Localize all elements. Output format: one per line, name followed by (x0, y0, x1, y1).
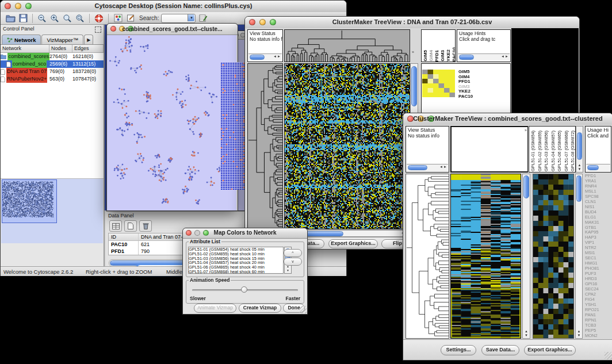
treeview2-titlebar[interactable]: ClusterMaker TreeView : combined_scores_… (403, 113, 612, 125)
status-welcome: Welcome to Cytoscape 2.6.2 (3, 269, 73, 275)
resize-grip[interactable] (299, 306, 307, 313)
network-view-titlebar[interactable]: combined_scores_good.txt--cluste... (107, 24, 238, 35)
float-panel-icon[interactable] (95, 26, 101, 33)
speed-slider-thumb[interactable] (241, 286, 247, 293)
vscrollbar[interactable]: ▲▼ (575, 174, 583, 339)
main-titlebar[interactable]: Cytoscape Desktop (Session Name: collins… (1, 1, 346, 13)
scroll-left-icon[interactable]: ◄ (501, 55, 505, 58)
col-nodes[interactable]: Nodes (49, 45, 72, 52)
col-network[interactable]: Network (1, 45, 49, 52)
attribute-list-item[interactable]: GPL51-07 (GSM868) heat shock 60 min (189, 270, 283, 274)
animate-vizmap-button[interactable]: Animate Vizmap (194, 304, 236, 313)
save-icon[interactable] (18, 13, 28, 24)
move-up-button[interactable]: ^ (284, 249, 302, 257)
scrollbar-thumb[interactable] (408, 165, 427, 170)
column-dendrogram-panel[interactable] (450, 126, 528, 173)
new-attribute-icon[interactable] (124, 220, 137, 232)
hscrollbar[interactable]: ◄► (248, 53, 282, 61)
export-graphics-button[interactable]: Export Graphics... (524, 345, 576, 355)
scroll-up-icon[interactable]: ▲ (577, 329, 581, 333)
scroll-up-icon[interactable]: ▲ (525, 329, 528, 333)
expression-heatmap[interactable] (285, 64, 410, 229)
create-vizmap-button[interactable]: Create Vizmap (239, 304, 281, 313)
scrollbar-thumb[interactable] (577, 132, 582, 160)
row-dendrogram[interactable] (406, 174, 449, 338)
tab-vizmapper[interactable]: VizMapper™ (41, 35, 83, 44)
splitter-icon[interactable]: » (412, 50, 414, 54)
zoom-in-icon[interactable] (49, 13, 60, 24)
search-input[interactable]: ▾ (161, 14, 196, 23)
scroll-left-icon[interactable]: ◄ (439, 165, 443, 168)
vscrollbar[interactable]: ▲▼ (522, 174, 530, 339)
column-dendrogram[interactable] (285, 30, 410, 62)
help-lifering-icon[interactable] (94, 13, 104, 24)
view-status-message: No status info (408, 133, 449, 139)
expression-heatmap[interactable] (451, 174, 521, 338)
scroll-left-icon[interactable]: ◄ (273, 55, 277, 58)
move-down-button[interactable]: v (284, 258, 302, 266)
scroll-up-icon[interactable]: ▲ (578, 163, 582, 167)
scroll-down-icon[interactable]: ▼ (286, 269, 289, 272)
scroll-right-icon[interactable]: ► (277, 55, 281, 58)
network-row[interactable]: RNAPuberNov2+ 563(0) 107847(0) (1, 75, 104, 83)
column-label: PAC10 (452, 47, 456, 62)
hscrollbar[interactable] (586, 164, 610, 171)
splitter-icon[interactable]: » (525, 128, 527, 132)
row-dendrogram-panel[interactable] (247, 63, 283, 229)
network-view-canvas[interactable] (107, 35, 236, 210)
scroll-down-icon[interactable]: ▼ (578, 167, 582, 171)
scroll-down-icon[interactable]: ▼ (525, 334, 528, 337)
hscrollbar[interactable]: ◄► (458, 53, 510, 61)
treeview1-titlebar[interactable]: ClusterMaker TreeView : DNA and Tran 07-… (245, 17, 579, 29)
settings-button[interactable]: Settings... (441, 345, 476, 355)
network-row[interactable]: DNA and Tran 07 769(0) 183728(0) (1, 68, 104, 75)
scrollbar-thumb[interactable] (459, 55, 474, 60)
attribute-editor-icon[interactable] (198, 13, 208, 24)
detail-heatmap[interactable] (533, 174, 573, 338)
scrollbar-thumb[interactable] (411, 66, 417, 106)
scrollbar-thumb[interactable] (523, 175, 529, 198)
row-dendrogram-panel[interactable] (406, 174, 449, 339)
dense-cluster-network[interactable] (220, 62, 246, 190)
export-graphics-button[interactable]: Export Graphics... (328, 239, 378, 248)
col-id[interactable]: ID (109, 233, 139, 240)
scroll-right-icon[interactable]: ► (443, 165, 447, 168)
zoom-selected-icon[interactable] (75, 13, 85, 24)
combo-arrow-icon[interactable]: ▾ (188, 14, 194, 21)
open-icon[interactable] (5, 13, 16, 24)
tab-overflow-arrow[interactable]: ▶ (84, 35, 93, 44)
birdseye-canvas[interactable] (1, 179, 103, 243)
birdseye-view[interactable] (1, 179, 103, 243)
vizmapper-icon[interactable] (113, 13, 123, 24)
scroll-right-icon[interactable]: ► (505, 55, 509, 58)
dialog-titlebar[interactable]: Map Colors to Network (183, 228, 307, 239)
heatmap-panel[interactable] (284, 63, 410, 229)
column-label: GPL51-08 (GSM872) (570, 131, 576, 171)
correlation-matrix[interactable] (422, 70, 455, 97)
select-attributes-icon[interactable] (109, 220, 122, 232)
save-data-button[interactable]: Save Data... (481, 345, 519, 355)
tab-network[interactable]: Network (2, 35, 41, 44)
scrollbar-thumb[interactable] (250, 55, 265, 60)
row-dendrogram[interactable] (248, 64, 282, 229)
network-row-selected[interactable]: combined_sco 2569(6) 13112(15) (1, 60, 104, 68)
col-edges[interactable]: Edges (72, 45, 104, 52)
scroll-down-icon[interactable]: ▼ (577, 334, 581, 337)
column-dendrogram-panel[interactable] (284, 29, 410, 62)
network-name: DNA and Tran 07 (6, 68, 47, 75)
zoom-out-icon[interactable] (37, 13, 47, 24)
scrollbar-thumb[interactable] (576, 175, 582, 202)
annotation-icon[interactable] (125, 13, 136, 24)
vscrollbar[interactable]: ▲▼ (576, 126, 583, 173)
zoom-fit-icon[interactable] (62, 13, 72, 24)
attribute-list[interactable]: GPL51-01 (GSM854) heat shock 05 minGPL51… (188, 247, 284, 274)
gene-label[interactable]: MON2 (585, 334, 612, 339)
hscrollbar[interactable]: ◄► (407, 164, 448, 171)
scrollbar-thumb[interactable] (587, 165, 599, 170)
resize-grip[interactable] (605, 352, 612, 359)
detail-heatmap-panel[interactable] (533, 174, 574, 339)
column-label: GPL51-06 (GSM865) (557, 131, 563, 171)
heatmap-panel[interactable] (450, 174, 521, 339)
network-row[interactable]: combined_scores 2764(0) 16218(0) (1, 53, 104, 60)
delete-attribute-icon[interactable] (139, 220, 152, 232)
